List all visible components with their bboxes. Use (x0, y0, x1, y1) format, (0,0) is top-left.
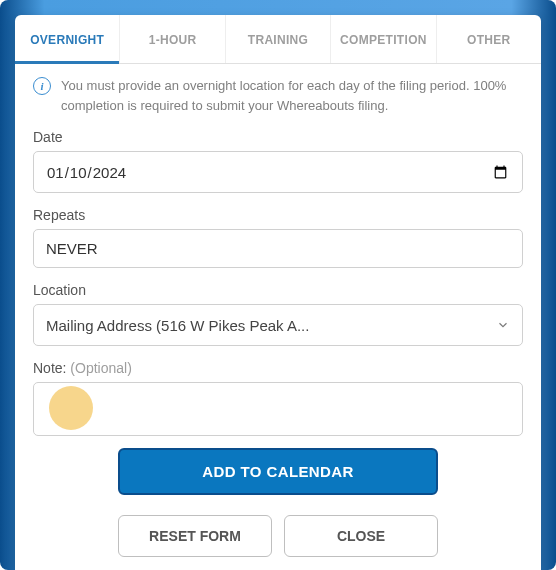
tab-competition[interactable]: COMPETITION (331, 15, 436, 63)
date-label: Date (33, 129, 523, 145)
tab-other[interactable]: OTHER (437, 15, 541, 63)
tab-bar: OVERNIGHT 1-HOUR TRAINING COMPETITION OT… (15, 15, 541, 64)
tab-overnight[interactable]: OVERNIGHT (15, 15, 120, 63)
location-field: Location Mailing Address (516 W Pikes Pe… (33, 282, 523, 346)
note-field: Note: (Optional) (33, 360, 523, 440)
info-banner: i You must provide an overnight location… (33, 76, 523, 115)
close-button[interactable]: CLOSE (284, 515, 438, 557)
tab-1hour[interactable]: 1-HOUR (120, 15, 225, 63)
note-label-row: Note: (Optional) (33, 360, 523, 376)
secondary-button-row: RESET FORM CLOSE (33, 515, 523, 557)
location-label: Location (33, 282, 523, 298)
repeats-field: Repeats (33, 207, 523, 268)
tab-training[interactable]: TRAINING (226, 15, 331, 63)
note-label: Note: (33, 360, 66, 376)
note-textarea[interactable] (33, 382, 523, 436)
location-value: Mailing Address (516 W Pikes Peak A... (46, 317, 309, 334)
location-select[interactable]: Mailing Address (516 W Pikes Peak A... (33, 304, 523, 346)
date-input[interactable] (33, 151, 523, 193)
chevron-down-icon (496, 318, 510, 332)
date-field: Date (33, 129, 523, 193)
content-area: i You must provide an overnight location… (15, 64, 541, 570)
note-optional: (Optional) (66, 360, 131, 376)
repeats-input[interactable] (33, 229, 523, 268)
info-text: You must provide an overnight location f… (61, 76, 523, 115)
info-icon: i (33, 77, 51, 95)
add-to-calendar-button[interactable]: ADD TO CALENDAR (118, 448, 438, 495)
repeats-label: Repeats (33, 207, 523, 223)
reset-form-button[interactable]: RESET FORM (118, 515, 272, 557)
whereabouts-modal: OVERNIGHT 1-HOUR TRAINING COMPETITION OT… (15, 15, 541, 570)
